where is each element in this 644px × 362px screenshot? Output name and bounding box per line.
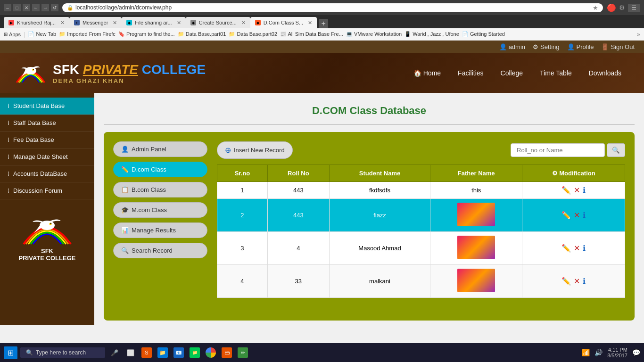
forward-btn[interactable]: → <box>41 4 49 11</box>
bookmark-db1[interactable]: 📁 Data Base.part01 <box>178 31 226 37</box>
close-btn[interactable]: ✕ <box>23 4 30 11</box>
tab-close-icon[interactable]: ✕ <box>177 20 181 26</box>
tab-favicon: ◆ <box>190 20 196 25</box>
taskbar-date-display: 8/5/2017 <box>607 353 627 358</box>
start-button[interactable]: ⊞ <box>4 346 17 359</box>
taskbar-task-view-icon[interactable]: ⬜ <box>124 346 137 359</box>
nav-home[interactable]: 🏠 Home <box>405 65 449 82</box>
nav-facilities[interactable]: Facilities <box>449 65 492 82</box>
bookmarks-more-icon[interactable]: » <box>637 31 640 38</box>
delete-icon[interactable]: ✕ <box>574 211 580 220</box>
bookmark-newtab[interactable]: 📄 New Tab <box>28 31 56 37</box>
sidebar-item-datesheet[interactable]: ⁞ Manage Date Sheet <box>0 148 94 165</box>
delete-icon[interactable]: ✕ <box>574 244 580 253</box>
manage-results-btn[interactable]: 📊 Manage Results <box>113 222 207 238</box>
tab-close-icon[interactable]: ✕ <box>60 20 65 26</box>
apps-icon: ⊞ <box>4 32 8 37</box>
new-tab-btn[interactable]: + <box>319 19 328 28</box>
setting-link[interactable]: ⚙ Setting <box>533 43 559 50</box>
sidebar-label: Discussion Forum <box>13 187 62 194</box>
insert-new-record-btn[interactable]: ⊕ Insert New Record <box>217 141 293 159</box>
taskbar-app3-icon[interactable]: 📧 <box>172 346 185 359</box>
admin-panel-btn[interactable]: 👤 Admin Panel <box>113 141 207 157</box>
search-record-btn[interactable]: 🔍 Search Record <box>113 243 207 258</box>
bookmark-db2[interactable]: 📁 Data Base.part02 <box>229 31 277 37</box>
taskbar-network-icon: 📶 <box>582 349 590 356</box>
tab-close-icon[interactable]: ✕ <box>113 20 117 26</box>
taskbar-app6-icon[interactable]: ✏ <box>236 346 249 359</box>
student-photo <box>457 269 495 292</box>
delete-icon[interactable]: ✕ <box>574 277 580 286</box>
sidebar-item-accounts[interactable]: ⁞ Accounts DataBase <box>0 165 94 182</box>
sidebar-item-staff-db[interactable]: ⁞ Staff Data Base <box>0 115 94 132</box>
taskbar-notification-icon[interactable]: 💬 <box>632 349 640 356</box>
nav-downloads[interactable]: Downloads <box>580 65 630 82</box>
tab-createsource[interactable]: ◆ Create Source... ✕ <box>186 17 250 28</box>
taskbar-volume-icon[interactable]: 🔊 <box>594 349 603 356</box>
info-icon[interactable]: ℹ <box>583 244 586 253</box>
sidebar-item-discussion[interactable]: ⁞ Discussion Forum <box>0 182 94 199</box>
bookmark-program[interactable]: 🔖 Program to find the... <box>118 31 175 37</box>
tab-filesharing[interactable]: ◆ File sharing ar... ✕ <box>122 17 185 28</box>
sidebar-item-fee-db[interactable]: ⁞ Fee Data Base <box>0 132 94 148</box>
edit-icon[interactable]: ✏️ <box>561 211 571 220</box>
search-input[interactable] <box>511 143 605 157</box>
bookmark-warid[interactable]: 📱 Warid , Jazz , Ufone <box>405 31 459 37</box>
cell-studentname: fkdfsdfs <box>329 182 430 199</box>
taskbar-cortana-icon[interactable]: 🎤 <box>108 346 121 359</box>
signout-link[interactable]: 🚪 Sign Out <box>601 43 635 50</box>
admin-bar: 👤 admin ⚙ Setting 👤 Profile 🚪 Sign Out <box>0 41 644 53</box>
cell-fathername: this <box>430 182 522 199</box>
delete-icon[interactable]: ✕ <box>574 186 580 195</box>
taskbar-app1-icon[interactable]: S <box>140 346 153 359</box>
bookmark-allsim[interactable]: 📰 All Sim Data Base Fre... <box>280 31 343 37</box>
edit-icon[interactable]: ✏️ <box>561 244 571 253</box>
refresh-btn[interactable]: ↺ <box>51 4 58 11</box>
url-text: localhost/collage/admin/dcomview.php <box>75 4 172 11</box>
tab-close-icon[interactable]: ✕ <box>241 20 246 26</box>
taskbar-search[interactable]: 🔍 Type here to search <box>20 347 105 358</box>
col-studentname: Student Name <box>329 165 430 182</box>
sidebar-item-student-db[interactable]: ⁞ Student Data Base <box>0 98 94 115</box>
taskbar-chrome-icon[interactable] <box>204 346 217 359</box>
browser-controls[interactable]: – □ ✕ ← → ↺ <box>4 4 58 11</box>
maximize-btn[interactable]: □ <box>13 4 21 11</box>
info-icon[interactable]: ℹ <box>583 211 586 220</box>
dcom-class-btn[interactable]: ✏️ D.com Class <box>113 162 207 177</box>
mcom-class-btn[interactable]: 🎓 M.com Class <box>113 202 207 218</box>
bookmark-apps[interactable]: ⊞ Apps <box>4 32 21 37</box>
taskbar-app4-icon[interactable]: 📁 <box>188 346 201 359</box>
extensions-icon[interactable]: ⚙ <box>619 4 625 11</box>
nav-timetable[interactable]: Time Table <box>531 65 580 82</box>
edit-icon[interactable]: ✏️ <box>561 277 571 286</box>
minimize-btn[interactable]: – <box>4 4 11 11</box>
tab-messenger[interactable]: f Messenger ✕ <box>69 17 122 28</box>
bookmark-imported[interactable]: 📁 Imported From Firefc <box>59 31 116 37</box>
content-wrapper: 👤 Admin Panel ✏️ D.com Class 📋 B.com Cla… <box>104 132 635 321</box>
info-icon[interactable]: ℹ <box>583 186 586 195</box>
nav-college[interactable]: College <box>492 65 531 82</box>
back-btn[interactable]: ← <box>32 4 40 11</box>
taskbar-app5-icon[interactable]: 🗃 <box>220 346 233 359</box>
admin-link[interactable]: 👤 admin <box>499 43 525 50</box>
edit-icon[interactable]: ✏️ <box>561 186 571 195</box>
abp-icon[interactable]: 🔴 <box>607 3 616 12</box>
table-toolbar: ⊕ Insert New Record 🔍 <box>217 141 625 159</box>
address-bar[interactable]: 🔒 localhost/collage/admin/dcomview.php ★ <box>62 3 603 12</box>
logo-area: SFK PRIVATE COLLEGE DERA GHAZI KHAN <box>14 59 206 87</box>
tab-label: Khursheed Raj... <box>17 20 56 25</box>
menu-btn[interactable]: ☰ <box>628 4 640 12</box>
bookmark-gettingstarted[interactable]: 📄 Getting Started <box>462 31 505 37</box>
cell-actions: ✏️ ✕ ℹ <box>522 182 625 199</box>
profile-link[interactable]: 👤 Profile <box>567 43 594 50</box>
bookmark-vmware[interactable]: 💻 VMware Workstation <box>346 31 402 37</box>
bcom-class-btn[interactable]: 📋 B.com Class <box>113 182 207 197</box>
tab-close-icon[interactable]: ✕ <box>308 20 312 26</box>
info-icon[interactable]: ℹ <box>583 277 586 286</box>
tab-khursheed[interactable]: ▶ Khursheed Raj... ✕ <box>4 17 69 28</box>
taskbar-app2-icon[interactable]: 📁 <box>156 346 169 359</box>
tab-favicon: ◆ <box>126 20 132 25</box>
cell-studentname: fiazz <box>329 199 430 232</box>
tab-dcom[interactable]: ◆ D.Com Class S... ✕ <box>250 17 317 28</box>
search-submit-btn[interactable]: 🔍 <box>607 143 625 157</box>
